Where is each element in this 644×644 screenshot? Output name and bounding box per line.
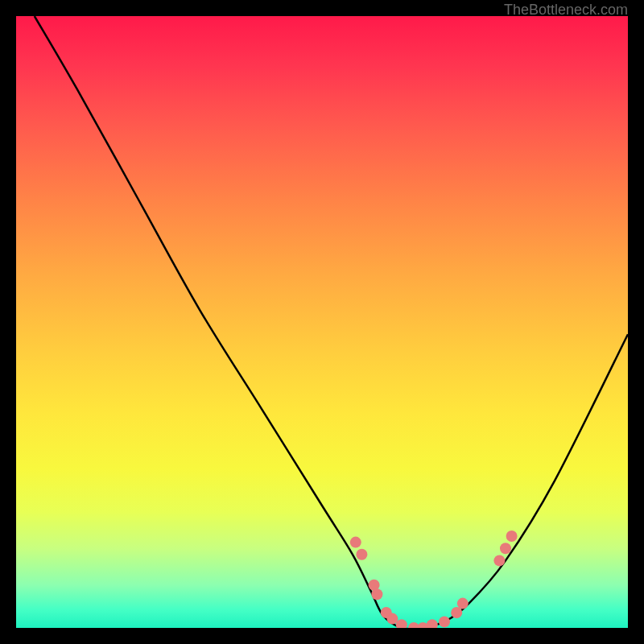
data-marker <box>500 543 511 554</box>
data-marker <box>439 616 450 627</box>
data-marker <box>371 588 382 600</box>
data-marker <box>457 598 469 609</box>
data-marker <box>356 549 367 560</box>
curve-group <box>35 16 628 628</box>
chart-svg <box>16 16 628 628</box>
data-marker <box>506 530 518 542</box>
bottleneck-curve <box>35 16 628 628</box>
watermark-text: TheBottleneck.com <box>504 2 628 19</box>
data-marker <box>493 555 505 566</box>
data-marker <box>427 619 438 628</box>
data-marker <box>350 537 361 548</box>
data-marker <box>386 613 398 625</box>
data-marker <box>451 607 462 618</box>
chart-container: TheBottleneck.com <box>0 0 644 644</box>
